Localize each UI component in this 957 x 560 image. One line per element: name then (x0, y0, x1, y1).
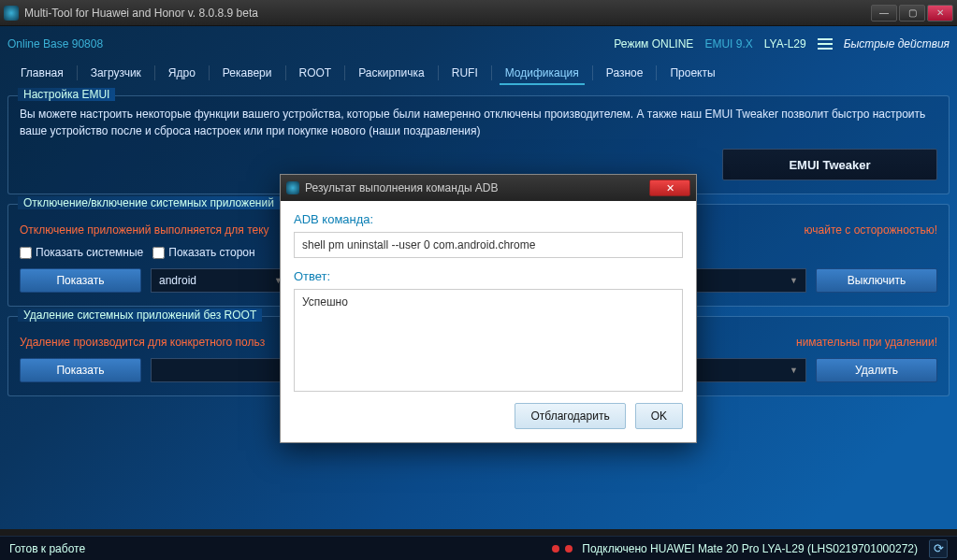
emui-version: EMUI 9.X (704, 37, 752, 50)
chevron-down-icon: ▼ (790, 276, 798, 285)
dialog-close-button[interactable]: ✕ (649, 179, 690, 196)
device-model-short: LYA-L29 (764, 37, 806, 50)
apps-disable-button[interactable]: Выключить (816, 268, 937, 293)
adb-answer-text: Успешно (294, 289, 683, 392)
quick-actions-link[interactable]: Быстрые действия (844, 37, 950, 50)
online-base-label: Online Base 90808 (7, 37, 103, 50)
show-thirdparty-checkbox-input[interactable] (152, 247, 165, 259)
mode-label: Режим ONLINE (614, 37, 693, 50)
emui-tweaker-button[interactable]: EMUI Tweaker (722, 149, 937, 180)
delete-show-button[interactable]: Показать (20, 358, 141, 382)
delete-button[interactable]: Удалить (816, 358, 937, 382)
dialog-title: Результат выполнения команды ADB (305, 181, 649, 194)
thanks-button[interactable]: Отблагодарить (515, 403, 625, 429)
tab-misc[interactable]: Разное (593, 63, 657, 83)
close-button[interactable]: ✕ (927, 5, 953, 22)
show-system-label: Показать системные (36, 246, 143, 259)
show-thirdparty-checkbox[interactable]: Показать сторон (152, 246, 254, 259)
adb-answer-label: Ответ: (294, 269, 683, 283)
ok-button[interactable]: OK (635, 403, 683, 429)
window-titlebar: Multi-Tool for Huawei and Honor v. 8.0.8… (0, 0, 957, 26)
refresh-button[interactable]: ⟳ (929, 539, 948, 558)
dialog-titlebar: Результат выполнения команды ADB ✕ (281, 175, 696, 201)
hamburger-icon[interactable] (818, 38, 833, 50)
apps-show-button[interactable]: Показать (20, 268, 141, 293)
apps-panel-title: Отключение/включение системных приложени… (18, 196, 280, 209)
tab-unbrick[interactable]: Раскирпичка (345, 63, 438, 83)
header-row: Online Base 90808 Режим ONLINE EMUI 9.X … (7, 32, 950, 56)
delete-warning-right: нимательны при удалении! (796, 336, 937, 349)
tab-modification[interactable]: Модификация (492, 63, 592, 83)
tab-rufi[interactable]: RUFI (439, 63, 491, 83)
chevron-down-icon: ▼ (790, 366, 798, 375)
window-title: Multi-Tool for Huawei and Honor v. 8.0.8… (24, 7, 871, 20)
show-system-checkbox[interactable]: Показать системные (20, 246, 143, 259)
adb-command-text: shell pm uninstall --user 0 com.android.… (294, 232, 683, 258)
status-indicators (552, 545, 573, 553)
adb-command-label: ADB команда: (294, 212, 683, 226)
status-bar: Готов к работе Подключено HUAWEI Mate 20… (0, 536, 957, 560)
tab-recovery[interactable]: Рекавери (210, 63, 285, 83)
show-thirdparty-label: Показать сторон (168, 246, 254, 259)
emui-panel-title: Настройка EMUI (18, 88, 115, 101)
maximize-button[interactable]: ▢ (899, 5, 925, 22)
app-icon (4, 6, 19, 21)
tab-projects[interactable]: Проекты (657, 63, 728, 83)
status-dot-icon (565, 545, 573, 553)
show-system-checkbox-input[interactable] (20, 247, 32, 259)
apps-warning-left: Отключение приложений выполняется для те… (20, 223, 269, 237)
minimize-button[interactable]: — (871, 5, 897, 22)
tab-bootloader[interactable]: Загрузчик (78, 63, 154, 83)
adb-result-dialog: Результат выполнения команды ADB ✕ ADB к… (280, 174, 697, 443)
emui-panel-description: Вы можете настроить некоторые функции ва… (20, 106, 937, 139)
tab-main[interactable]: Главная (7, 63, 77, 83)
status-ready: Готов к работе (9, 542, 85, 555)
tab-kernel[interactable]: Ядро (155, 63, 209, 83)
apps-filter-combo[interactable]: android ▼ (151, 268, 291, 293)
apps-filter-value: android (159, 274, 196, 287)
delete-warning-left: Удаление производится для конкретного по… (20, 336, 265, 349)
delete-panel-title: Удаление системных приложений без ROOT (18, 309, 262, 322)
status-connected: Подключено HUAWEI Mate 20 Pro LYA-L29 (L… (582, 542, 918, 555)
refresh-icon: ⟳ (934, 541, 944, 555)
main-tabs: Главная Загрузчик Ядро Рекавери ROOT Рас… (7, 60, 950, 86)
tab-root[interactable]: ROOT (286, 63, 345, 83)
apps-warning-right: ючайте с осторожностью! (805, 223, 937, 237)
app-icon (286, 181, 299, 194)
status-dot-icon (552, 545, 559, 553)
